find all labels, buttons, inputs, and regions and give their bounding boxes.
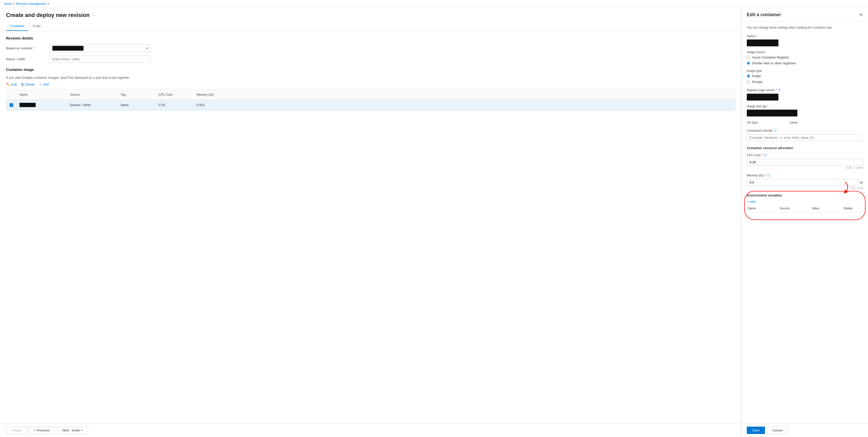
checkbox-checked[interactable]	[10, 103, 13, 107]
name-suffix-control	[50, 56, 151, 62]
tab-scale[interactable]: Scale	[28, 22, 45, 31]
resource-allocation-title: Container resource allocation	[747, 146, 863, 150]
image-tag-label: Image and tag *	[747, 105, 863, 108]
based-on-revision-control: ▾	[50, 44, 151, 52]
breadcrumb-home[interactable]: Home	[4, 2, 12, 6]
memory-gi-input[interactable]	[747, 179, 858, 186]
row-name-redacted	[20, 103, 36, 107]
bottom-bar: Create < Previous Next : Scale >	[0, 423, 741, 437]
page-header: Create and deploy new revision ···	[0, 8, 741, 19]
name-input-redacted[interactable]	[747, 39, 778, 46]
env-name-header: Name	[747, 207, 779, 210]
image-type-options: Public Private	[747, 74, 863, 84]
image-tag-field: Image and tag *	[747, 105, 863, 116]
container-image-section: Container image If you add multiple cont…	[6, 67, 735, 111]
name-required: *	[756, 34, 757, 38]
registry-login-label: Registry login server * ⓘ	[747, 88, 863, 92]
image-source-acr-radio[interactable]	[747, 56, 750, 59]
row-source: Docker / other	[67, 102, 118, 108]
image-source-field: Image source Azure Container Registry Do…	[747, 50, 863, 65]
cpu-core-input[interactable]	[747, 159, 863, 166]
memory-info-icon[interactable]: ⓘ	[767, 173, 770, 177]
cpu-core-field: CPU Core * ⓘ 0.25 - 2 cores	[747, 153, 863, 169]
page-menu-icon[interactable]: ···	[92, 13, 95, 18]
registry-login-input-redacted[interactable]	[747, 94, 778, 100]
row-checkbox[interactable]	[6, 102, 17, 108]
memory-gi-field: Memory (Gi) * ⓘ Gi 0.1 - 4 Gi	[747, 173, 863, 190]
cpu-core-header[interactable]: CPU Core ↑	[156, 92, 194, 97]
edit-icon: ✏️	[6, 83, 10, 86]
name-header[interactable]: Name ↑	[17, 92, 67, 97]
based-on-revision-label: Based on revision *	[6, 46, 46, 50]
cpu-sort-icon: ↑	[174, 93, 175, 96]
image-type-private-radio[interactable]	[747, 80, 750, 84]
env-value-header: Value	[811, 207, 843, 210]
right-panel: Edit a container ✕ You can change these …	[741, 8, 868, 437]
image-type-private-label: Private	[752, 80, 762, 84]
memory-sort-icon: ↑	[215, 93, 216, 96]
image-source-docker-option[interactable]: Docker Hub or other registries	[747, 61, 863, 65]
image-type-public-radio[interactable]	[747, 75, 750, 78]
env-source-header: Source	[779, 207, 811, 210]
create-button[interactable]: Create	[6, 427, 27, 434]
page-title: Create and deploy new revision	[6, 12, 90, 19]
right-panel-header: Edit a container ✕	[742, 8, 868, 22]
command-override-info-icon[interactable]: ⓘ	[774, 128, 777, 133]
source-header[interactable]: Source ↑	[67, 92, 118, 97]
name-suffix-row: Name / suffix	[6, 56, 735, 62]
breadcrumb-arrow: >	[48, 2, 50, 6]
env-table-header: Name Source Value Delete	[747, 207, 863, 212]
image-source-docker-label: Docker Hub or other registries	[752, 61, 796, 65]
edit-button[interactable]: ✏️ Edit	[6, 83, 17, 86]
image-source-docker-radio[interactable]	[747, 61, 750, 65]
os-type-value: Linux	[790, 120, 798, 124]
next-button[interactable]: Next : Scale >	[57, 427, 88, 434]
memory-unit: Gi	[860, 180, 863, 184]
image-type-public-label: Public	[752, 74, 761, 78]
table-header-row: Name ↑ Source ↑ Tag ↑ CPU Core ↑ Memory …	[6, 90, 735, 100]
container-image-title: Container image	[6, 67, 735, 71]
breadcrumb-revision-link[interactable]: Revision management	[16, 2, 46, 6]
image-source-label: Image source	[747, 50, 863, 54]
image-source-options: Azure Container Registry Docker Hub or o…	[747, 55, 863, 65]
cpu-range-hint: 0.25 - 2 cores	[747, 166, 863, 169]
source-sort-icon: ↑	[81, 93, 82, 96]
tag-header[interactable]: Tag ↑	[118, 92, 156, 97]
name-suffix-input[interactable]	[50, 56, 151, 62]
image-type-public-option[interactable]: Public	[747, 74, 863, 78]
env-vars-container: Environment variables + Add Name Source …	[747, 194, 863, 212]
chevron-down-icon: ▾	[146, 46, 148, 50]
save-button[interactable]: Save	[747, 427, 765, 434]
table-row[interactable]: Docker / other latest 0.25 0.5Gi	[6, 100, 735, 110]
env-add-button[interactable]: + Add	[747, 200, 755, 204]
based-on-revision-select[interactable]: ▾	[50, 44, 151, 52]
image-type-field: Image type Public Private	[747, 69, 863, 84]
previous-button[interactable]: < Previous	[29, 427, 55, 434]
image-type-private-option[interactable]: Private	[747, 80, 863, 84]
env-vars-section: Environment variables + Add Name Source …	[747, 194, 863, 212]
cancel-button[interactable]: Cancel	[767, 427, 788, 434]
command-override-input[interactable]	[747, 134, 863, 141]
delete-button[interactable]: 🗑 Delete	[21, 83, 35, 86]
os-type-label: OS type	[747, 121, 785, 124]
row-memory: 0.5Gi	[194, 102, 735, 108]
breadcrumb-separator: |	[14, 2, 14, 6]
memory-input-group: Gi	[747, 179, 863, 186]
left-panel: Create and deploy new revision ··· Conta…	[0, 8, 741, 437]
tab-container[interactable]: Container	[6, 22, 28, 31]
image-source-acr-label: Azure Container Registry	[752, 55, 789, 59]
row-name	[17, 102, 67, 108]
right-panel-footer: Save Cancel	[742, 423, 868, 437]
registry-info-icon[interactable]: ⓘ	[778, 88, 781, 92]
image-tag-input-redacted[interactable]	[747, 110, 797, 116]
row-cpu: 0.25	[156, 102, 194, 108]
add-button[interactable]: ＋ Add	[39, 82, 49, 87]
image-source-acr-option[interactable]: Azure Container Registry	[747, 55, 863, 59]
main-wrapper: Create and deploy new revision ··· Conta…	[0, 8, 868, 437]
name-sort-icon: ↑	[29, 93, 30, 96]
env-delete-header: Delete	[843, 207, 863, 210]
delete-label: Delete	[25, 83, 35, 86]
cpu-info-icon[interactable]: ⓘ	[764, 153, 767, 157]
memory-header[interactable]: Memory (Gi) ↑	[194, 92, 735, 97]
close-button[interactable]: ✕	[859, 12, 863, 18]
